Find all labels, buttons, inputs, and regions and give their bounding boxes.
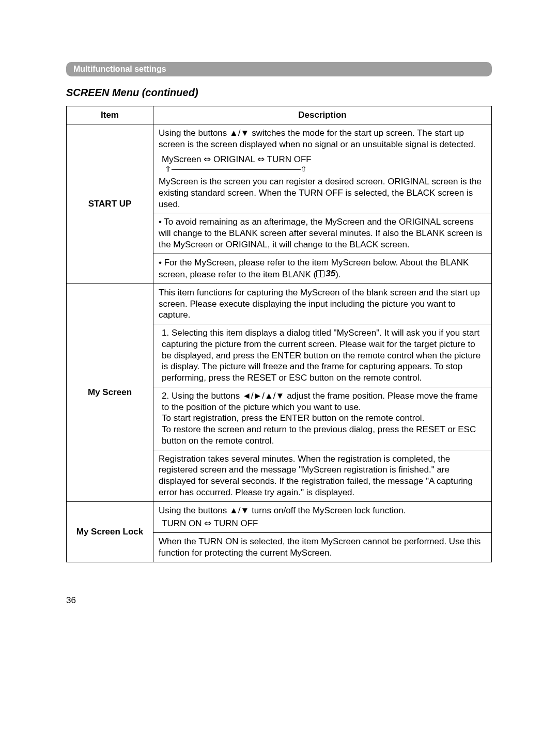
myscreen-p1: This item functions for capturing the My… xyxy=(153,284,491,324)
startup-intro: Using the buttons ▲/▼ switches the mode … xyxy=(153,124,491,153)
section-header-text: Multifunctional settings xyxy=(73,65,166,73)
item-label-myscreen-lock: My Screen Lock xyxy=(67,501,153,562)
startup-b2-d: ). xyxy=(335,270,340,279)
lock-turn: TURN ON ⇔ TURN OFF xyxy=(153,517,491,532)
col-header-description: Description xyxy=(153,106,492,124)
lock-intro: Using the buttons ▲/▼ turns on/off the M… xyxy=(153,502,491,517)
myscreen-p2: 1. Selecting this item displays a dialog… xyxy=(153,324,491,387)
startup-cycle-arrows: ⇧⇧ xyxy=(153,165,491,174)
desc-startup: Using the buttons ▲/▼ switches the mode … xyxy=(153,124,492,284)
item-label-startup: START UP xyxy=(67,124,153,284)
startup-bullet-2: • For the MyScreen, please refer to the … xyxy=(153,254,491,284)
startup-cycle: MyScreen ⇔ ORIGINAL ⇔ TURN OFF xyxy=(153,153,491,165)
table-header-row: Item Description xyxy=(67,106,492,124)
startup-b2-a: • For the MyScreen, please refer to the … xyxy=(159,258,373,267)
page-number: 36 xyxy=(66,595,492,606)
section-header-bar: Multifunctional settings xyxy=(66,62,492,76)
item-label-myscreen: My Screen xyxy=(67,284,153,501)
desc-myscreen: This item functions for capturing the My… xyxy=(153,284,492,501)
book-icon xyxy=(316,270,324,277)
table-row-startup: START UP Using the buttons ▲/▼ switches … xyxy=(67,124,492,284)
startup-bullet-1: • To avoid remaining as an afterimage, t… xyxy=(153,213,491,253)
section-title: SCREEN Menu (continued) xyxy=(66,87,492,99)
col-header-item: Item xyxy=(67,106,153,124)
startup-b2-below: below xyxy=(373,258,395,267)
table-row-myscreen: My Screen This item functions for captur… xyxy=(67,284,492,501)
settings-table: Item Description START UP Using the butt… xyxy=(66,106,492,562)
page-ref: 35 xyxy=(316,268,335,279)
page-ref-number: 35 xyxy=(326,268,335,279)
lock-after: When the TURN ON is selected, the item M… xyxy=(153,532,491,562)
myscreen-p4: Registration takes several minutes. When… xyxy=(153,450,491,501)
myscreen-p3: 2. Using the buttons ◄/►/▲/▼ adjust the … xyxy=(153,387,491,450)
table-row-myscreen-lock: My Screen Lock Using the buttons ▲/▼ tur… xyxy=(67,501,492,562)
desc-myscreen-lock: Using the buttons ▲/▼ turns on/off the M… xyxy=(153,501,492,562)
document-page: Multifunctional settings SCREEN Menu (co… xyxy=(0,0,558,606)
startup-explain: MyScreen is the screen you can register … xyxy=(153,174,491,213)
